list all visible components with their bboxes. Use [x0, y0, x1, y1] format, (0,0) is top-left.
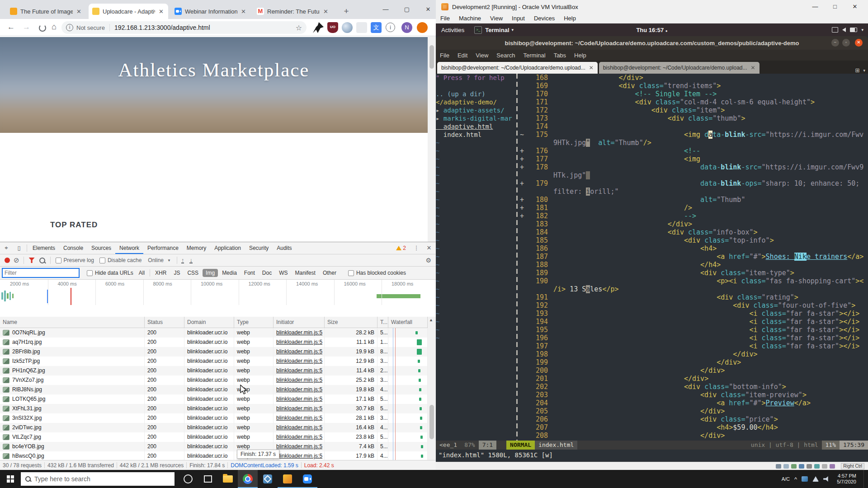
file-explorer-button[interactable]: [218, 470, 238, 488]
vim-line[interactable]: +178data-blink-src="https://i.imgur.com/…: [520, 163, 868, 171]
network-overview-timeline[interactable]: 2000 ms4000 ms6000 ms8000 ms10000 ms1200…: [0, 280, 428, 319]
terminal-tab-close-icon[interactable]: ✕: [589, 62, 594, 74]
cell-initiator[interactable]: blinkloader.min.js:5: [274, 347, 325, 357]
back-button[interactable]: ←: [7, 23, 15, 32]
vim-line[interactable]: 199</div>: [520, 358, 868, 366]
terminal-menu-edit[interactable]: Edit: [458, 52, 467, 59]
ubuntu-system-tray[interactable]: ▾: [832, 23, 863, 36]
import-har-icon[interactable]: ↑: [181, 258, 184, 263]
swirl-extension-icon[interactable]: [342, 22, 353, 33]
reload-button[interactable]: [39, 24, 46, 32]
devtools-close-icon[interactable]: ✕: [425, 244, 433, 252]
vim-line[interactable]: 207<h4>$59.00</h4>: [520, 423, 868, 432]
terminal-menu-help[interactable]: Help: [574, 52, 586, 59]
cell-initiator[interactable]: blinkloader.min.js:5: [274, 385, 325, 394]
blocked-cookies-checkbox[interactable]: [348, 270, 354, 276]
home-button[interactable]: ⌂: [52, 22, 57, 32]
start-button[interactable]: [0, 470, 21, 488]
browser-tab[interactable]: Webinar Information✕: [171, 4, 250, 19]
chrome-minimize-button[interactable]: —: [379, 4, 392, 15]
vm-taskbar-button[interactable]: [278, 470, 297, 488]
vim-line[interactable]: +176<!--: [520, 147, 868, 155]
cortana-button[interactable]: [178, 470, 198, 488]
vim-line[interactable]: 196<i class="far fa-star"></i>: [520, 334, 868, 342]
hidden-icons-chevron[interactable]: ^: [794, 476, 797, 483]
terminal-menu-file[interactable]: File: [440, 52, 449, 59]
vim-line[interactable]: filter: iorill;": [520, 188, 868, 196]
vim-line[interactable]: 171<div class="col-md-4 col-sm-6 equal-h…: [520, 98, 868, 106]
vim-line[interactable]: HTk.jpg": [520, 171, 868, 179]
nerdtree-item[interactable]: index.html: [436, 131, 515, 139]
vbox-menu-help[interactable]: Help: [564, 15, 576, 22]
table-row[interactable]: 2BFr8ib.jpg200blinkloader.ucr.iowebpblin…: [0, 347, 428, 357]
vim-line[interactable]: 189<div class="item-type">: [520, 269, 868, 277]
column-header-size[interactable]: Size: [325, 317, 377, 328]
column-header-initiator[interactable]: Initiator: [274, 317, 325, 328]
virtualbox-titlebar[interactable]: Development2 [Running] - Oracle VM Virtu…: [436, 0, 868, 14]
terminal-menu-search[interactable]: Search: [496, 52, 515, 59]
clear-icon[interactable]: ⊘: [14, 256, 19, 264]
bookmark-star-icon[interactable]: ☆: [296, 23, 302, 32]
terminal-menu-tabs[interactable]: Tabs: [554, 52, 566, 59]
vim-line[interactable]: +181/>: [520, 204, 868, 212]
vim-line[interactable]: 190<p><i class="fas fa-shopping-cart"><: [520, 277, 868, 285]
audio-status-icon[interactable]: [791, 464, 797, 469]
vim-line[interactable]: 183</div>: [520, 220, 868, 228]
virtualbox-taskbar-button[interactable]: [258, 470, 278, 488]
filter-chip-js[interactable]: JS: [170, 269, 183, 277]
new-tab-button[interactable]: +: [340, 5, 352, 17]
filter-chip-ws[interactable]: WS: [276, 269, 291, 277]
throttling-select[interactable]: Online: [148, 257, 164, 263]
disable-cache-checkbox[interactable]: [99, 258, 105, 263]
vim-line[interactable]: 173<div class="thumb">: [520, 114, 868, 122]
nerdtree-item[interactable]: .. (up a dir): [436, 90, 515, 98]
show-desktop-button[interactable]: [863, 470, 866, 488]
vim-editor[interactable]: " Press ? for help .. (up a dir)</adapti…: [436, 74, 868, 462]
vim-line[interactable]: 201</div>: [520, 375, 868, 383]
browser-tab[interactable]: The Future of Image C✕: [6, 4, 86, 19]
vbox-menu-view[interactable]: View: [490, 15, 503, 22]
devtools-tab-application[interactable]: Application: [210, 242, 245, 254]
devtools-tab-audits[interactable]: Audits: [273, 242, 296, 254]
vbox-maximize-button[interactable]: □: [827, 0, 843, 14]
page-scrollbar-thumb[interactable]: [429, 45, 434, 69]
virtualbox-tray-icon[interactable]: [802, 476, 808, 482]
devtools-tab-elements[interactable]: Elements: [28, 242, 59, 254]
account-orange-icon[interactable]: [417, 22, 428, 33]
cd-status-icon[interactable]: [783, 464, 789, 469]
cell-initiator[interactable]: blinkloader.min.js:5: [274, 338, 325, 347]
new-terminal-icon[interactable]: ⊞: [855, 67, 859, 74]
devtools-tab-performance[interactable]: Performance: [143, 242, 183, 254]
table-row[interactable]: Izk5zTP.jpg200blinkloader.ucr.iowebpblin…: [0, 357, 428, 366]
vim-line[interactable]: /i> 13 Sales</p>: [520, 285, 868, 293]
hide-data-urls-checkbox[interactable]: [87, 270, 93, 276]
terminal-tab[interactable]: bishibop@development: ~/Code/Uploadcare/…: [437, 62, 598, 74]
cell-initiator[interactable]: blinkloader.min.js:5: [274, 442, 325, 451]
devtools-tab-sources[interactable]: Sources: [87, 242, 115, 254]
vim-line[interactable]: 170<!-- Single Item -->: [520, 90, 868, 98]
column-header-type[interactable]: Type: [234, 317, 274, 328]
filter-all[interactable]: All: [136, 269, 148, 277]
nerdtree-item[interactable]: ▸ markis-digital-mar: [436, 114, 515, 122]
table-header[interactable]: NameStatusDomainTypeInitiatorSizeT...Wat…: [0, 317, 428, 328]
filter-chip-font[interactable]: Font: [241, 269, 258, 277]
vim-line[interactable]: 202<div class="bottom-info">: [520, 383, 868, 391]
table-row[interactable]: 2viDTwc.jpg200blinkloader.ucr.iowebpblin…: [0, 423, 428, 432]
tab-close-icon[interactable]: ✕: [75, 8, 82, 15]
tab-close-icon[interactable]: ✕: [158, 8, 165, 15]
terminal-close-button[interactable]: ✕: [855, 39, 863, 47]
vim-window-separator[interactable]: [516, 74, 518, 441]
table-row[interactable]: aq7H1rq.jpg200blinkloader.ucr.iowebpblin…: [0, 338, 428, 347]
vbox-menu-devices[interactable]: Devices: [534, 15, 555, 22]
translate-extension-icon[interactable]: 文: [371, 22, 382, 33]
vim-line[interactable]: 208</div>: [520, 432, 868, 440]
vim-line[interactable]: +182-->: [520, 212, 868, 220]
nerdtree-item[interactable]: adaptive.html: [436, 122, 515, 131]
hdd-status-icon[interactable]: [776, 464, 781, 469]
table-row[interactable]: bc4eYOB.jpg200blinkloader.ucr.iowebpblin…: [0, 442, 428, 451]
vim-line[interactable]: 184<div class="info-box">: [520, 228, 868, 236]
ubuntu-clock[interactable]: Thu 16:57 ●: [436, 27, 868, 33]
cell-initiator[interactable]: blinkloader.min.js:5: [274, 451, 325, 460]
table-row[interactable]: VtLZqc7.jpg200blinkloader.ucr.iowebpblin…: [0, 432, 428, 442]
vbox-close-button[interactable]: ✕: [847, 0, 863, 14]
